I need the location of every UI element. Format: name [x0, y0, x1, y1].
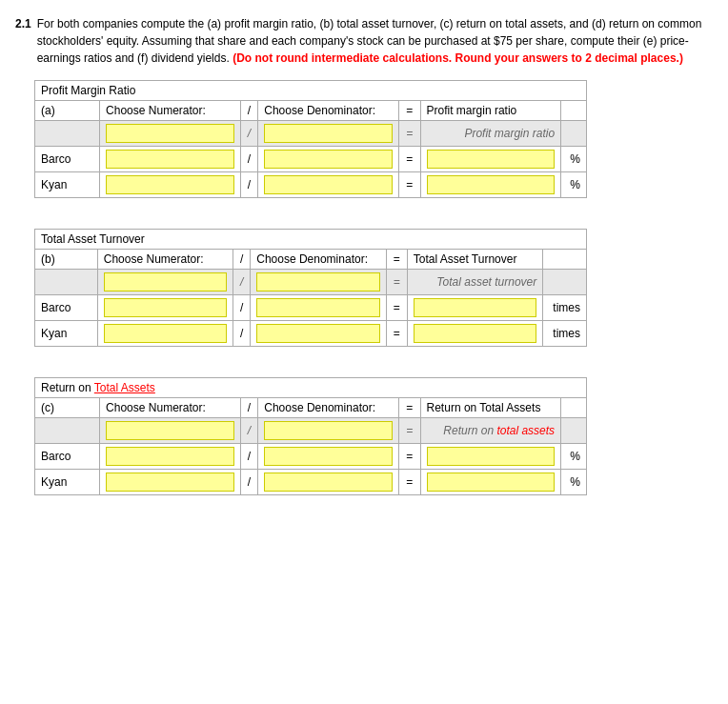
section-a-kyan-num-input[interactable] [106, 175, 234, 194]
section-c-eq: = [398, 398, 420, 418]
section-a-col-result: Profit margin ratio [420, 101, 561, 121]
section-c-col-result: Return on Total Assets [420, 398, 561, 418]
section-a-title-row: Profit Margin Ratio [35, 81, 587, 101]
section-b-kyan-slash: / [233, 321, 251, 347]
section-c-col-numerator: Choose Numerator: [100, 398, 241, 418]
table-b: Total Asset Turnover (b) Choose Numerato… [34, 229, 587, 347]
section-a-formula-result: Profit margin ratio [420, 121, 561, 147]
section-a: Profit Margin Ratio (a) Choose Numerator… [15, 80, 713, 198]
section-c: Return on Total Assets (c) Choose Numera… [15, 377, 713, 495]
section-a-title: Profit Margin Ratio [35, 81, 587, 101]
section-b-kyan-num-input[interactable] [104, 324, 228, 343]
section-c-barco-result-input[interactable] [427, 447, 556, 466]
section-a-formula-num-field[interactable] [106, 124, 234, 143]
section-a-kyan-den-input[interactable] [264, 175, 393, 194]
section-c-barco-eq: = [398, 444, 420, 470]
section-b-kyan-eq: = [386, 321, 407, 347]
section-b-title: Total Asset Turnover [35, 230, 587, 250]
section-c-formula-eq: = [398, 418, 420, 444]
section-c-formula-company [35, 418, 100, 444]
section-a-kyan-den-cell [258, 172, 399, 198]
section-a-row-kyan: Kyan / = % [35, 172, 587, 198]
section-b-col-numerator: Choose Numerator: [97, 250, 233, 270]
section-c-title-row: Return on Total Assets [35, 378, 587, 398]
section-b-col-result: Total Asset Turnover [407, 250, 543, 270]
section-c-row-kyan: Kyan / = % [35, 470, 587, 495]
section-a-formula-unit [561, 121, 587, 147]
section-b-barco-num-cell [97, 295, 233, 321]
section-c-barco-company: Barco [35, 444, 100, 470]
section-a-formula-row: / = Profit margin ratio [35, 121, 587, 147]
section-b-col-denominator: Choose Denominator: [251, 250, 387, 270]
section-c-formula-row: / = Return on total assets [35, 418, 587, 444]
section-a-col-denominator: Choose Denominator: [258, 101, 399, 121]
section-c-kyan-num-cell [100, 470, 241, 495]
section-a-barco-num-cell [100, 147, 241, 172]
section-a-slash: / [240, 101, 258, 121]
section-b-eq: = [386, 250, 407, 270]
section-c-kyan-den-cell [258, 470, 399, 495]
section-b-kyan-den-input[interactable] [256, 324, 380, 343]
section-a-formula-company [35, 121, 100, 147]
section-a-barco-eq: = [398, 147, 420, 172]
section-b-barco-eq: = [386, 295, 407, 321]
section-c-kyan-result-cell [420, 470, 561, 495]
section-a-kyan-unit: % [561, 172, 587, 198]
section-b-barco-result-input[interactable] [414, 298, 537, 317]
section-b-barco-num-input[interactable] [104, 298, 228, 317]
section-c-formula-slash: / [240, 418, 258, 444]
section-b-formula-eq: = [386, 270, 407, 295]
section-a-formula-num-input [100, 121, 241, 147]
section-c-formula-den-field[interactable] [264, 421, 393, 440]
section-b-formula-num-field[interactable] [104, 272, 228, 292]
section-b-row-barco: Barco / = times [35, 295, 587, 321]
section-c-barco-num-input[interactable] [106, 447, 234, 466]
table-c: Return on Total Assets (c) Choose Numera… [34, 377, 587, 495]
section-b-header-row: (b) Choose Numerator: / Choose Denominat… [35, 250, 587, 270]
table-a: Profit Margin Ratio (a) Choose Numerator… [34, 80, 587, 198]
section-b-formula-num-input [97, 270, 233, 295]
section-b-formula-den-field[interactable] [256, 272, 380, 292]
section-b-barco-unit: times [543, 295, 587, 321]
section-b-kyan-unit: times [543, 321, 587, 347]
section-c-formula-unit [561, 418, 587, 444]
section-a-row-barco: Barco / = % [35, 147, 587, 172]
section-c-kyan-slash: / [240, 470, 258, 495]
section-b-formula-result: Total asset turnover [407, 270, 543, 295]
section-a-unit-header [561, 101, 587, 121]
section-b-barco-result-cell [407, 295, 543, 321]
section-c-barco-den-cell [258, 444, 399, 470]
section-c-formula-den-input [258, 418, 399, 444]
section-b-kyan-result-input[interactable] [414, 324, 537, 343]
section-b-kyan-result-cell [407, 321, 543, 347]
section-a-barco-result-cell [420, 147, 561, 172]
section-c-barco-num-cell [100, 444, 241, 470]
section-a-header-row: (a) Choose Numerator: / Choose Denominat… [35, 101, 587, 121]
section-c-barco-den-input[interactable] [264, 447, 393, 466]
section-c-kyan-num-input[interactable] [106, 473, 234, 492]
section-c-kyan-den-input[interactable] [264, 473, 393, 492]
section-a-eq: = [398, 101, 420, 121]
section-b-formula-company [35, 270, 98, 295]
section-b-slash: / [233, 250, 251, 270]
section-b-formula-row: / = Total asset turnover [35, 270, 587, 295]
section-b-unit-header [543, 250, 587, 270]
section-a-barco-slash: / [240, 147, 258, 172]
section-a-barco-num-input[interactable] [106, 150, 234, 169]
section-c-barco-slash: / [240, 444, 258, 470]
section-a-barco-den-input[interactable] [264, 150, 393, 169]
problem-text: For both companies compute the (a) profi… [37, 15, 713, 67]
section-a-barco-den-cell [258, 147, 399, 172]
section-a-formula-den-input [258, 121, 399, 147]
section-c-formula-num-field[interactable] [106, 421, 234, 440]
section-c-formula-num-input [100, 418, 241, 444]
section-a-kyan-result-input[interactable] [427, 175, 556, 194]
section-a-formula-den-field[interactable] [264, 124, 393, 143]
section-b-formula-unit [543, 270, 587, 295]
section-b-barco-den-cell [251, 295, 387, 321]
section-c-kyan-result-input[interactable] [427, 473, 556, 492]
section-b-barco-den-input[interactable] [256, 298, 380, 317]
section-b-formula-den-input [251, 270, 387, 295]
section-a-barco-result-input[interactable] [427, 150, 556, 169]
section-a-kyan-slash: / [240, 172, 258, 198]
